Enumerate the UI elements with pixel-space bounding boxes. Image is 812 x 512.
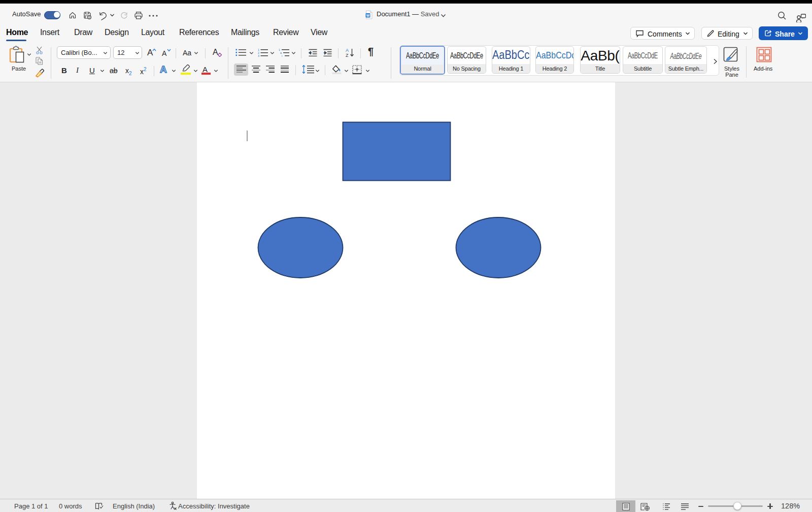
svg-text:Z: Z (346, 53, 349, 57)
svg-text:3: 3 (258, 54, 259, 57)
svg-text:W: W (366, 14, 370, 17)
svg-text:A: A (346, 48, 349, 53)
svg-text:i: i (282, 54, 282, 57)
